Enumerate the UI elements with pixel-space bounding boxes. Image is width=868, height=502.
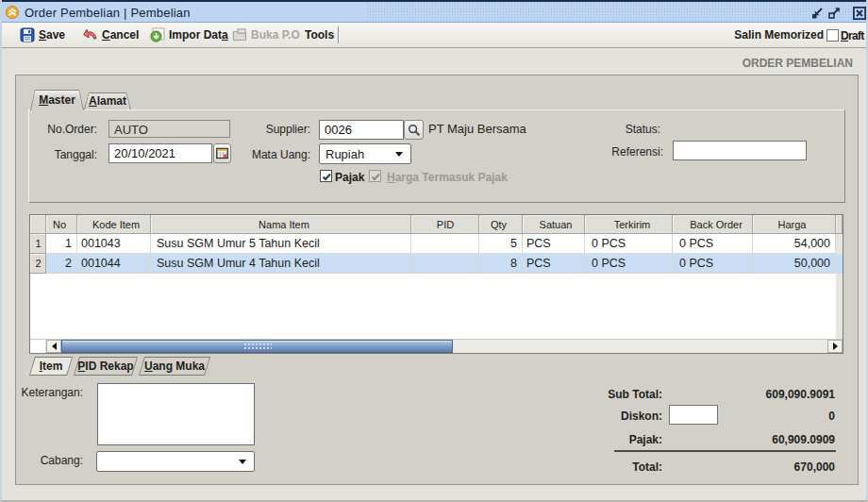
toolbar: Save Cancel Impor Data Buka P.O bbox=[0, 23, 868, 48]
cell-terkirim[interactable]: 0 PCS bbox=[585, 254, 673, 274]
cell-qty[interactable]: 5 bbox=[479, 234, 523, 254]
cell-harga[interactable]: 54,000 bbox=[753, 234, 836, 254]
col-header-kode-item[interactable]: Kode Item bbox=[77, 215, 151, 234]
scrollbar-corner bbox=[30, 340, 46, 353]
cancel-icon bbox=[83, 27, 98, 42]
no-order-label: No.Order: bbox=[21, 123, 97, 136]
scroll-right-button[interactable] bbox=[827, 340, 843, 353]
cell-nama-item[interactable]: Susu SGM Umur 4 Tahun Kecil bbox=[151, 254, 411, 274]
row-header-cell[interactable]: 1 bbox=[30, 234, 46, 254]
cell-back-order[interactable]: 0 PCS bbox=[673, 254, 753, 274]
col-header-harga[interactable]: Harga bbox=[753, 215, 836, 234]
expand-window-icon[interactable] bbox=[827, 7, 841, 20]
mata-uang-value: Rupiah bbox=[326, 147, 364, 161]
tab-uang-muka-label: Uang Muka bbox=[139, 360, 210, 373]
window-title: Order Pembelian | Pembelian bbox=[25, 6, 191, 20]
cancel-label: Cancel bbox=[102, 28, 139, 42]
col-header-terkirim[interactable]: Terkirim bbox=[585, 215, 673, 234]
pajak-total-value: 60,909.0909 bbox=[703, 433, 835, 446]
scrollbar-track[interactable] bbox=[61, 340, 827, 353]
buka-po-button[interactable]: Buka P.O bbox=[232, 23, 300, 47]
col-header-satuan[interactable]: Satuan bbox=[523, 215, 585, 234]
tab-master[interactable]: Master bbox=[30, 90, 84, 110]
table-empty-white bbox=[30, 274, 836, 339]
impor-data-button[interactable]: Impor Data bbox=[150, 23, 228, 47]
col-header-pid[interactable]: PID bbox=[411, 215, 479, 234]
pajak-total-label: Pajak: bbox=[530, 433, 662, 446]
impor-data-icon bbox=[150, 27, 165, 42]
check-icon bbox=[321, 171, 333, 183]
no-order-field[interactable]: AUTO bbox=[108, 120, 230, 138]
scroll-left-icon bbox=[52, 343, 57, 350]
table-row[interactable]: 2 2 001044 Susu SGM Umur 4 Tahun Kecil 8… bbox=[30, 254, 843, 274]
keterangan-textarea[interactable] bbox=[97, 383, 255, 445]
col-header-qty[interactable]: Qty bbox=[479, 215, 523, 234]
cell-terkirim[interactable]: 0 PCS bbox=[585, 234, 673, 254]
table-header-row: No Kode Item Nama Item PID Qty Satuan Te… bbox=[30, 215, 843, 234]
cell-satuan[interactable]: PCS bbox=[523, 234, 585, 254]
items-table: No Kode Item Nama Item PID Qty Satuan Te… bbox=[29, 214, 843, 354]
tab-item[interactable]: Item bbox=[29, 357, 73, 376]
horizontal-scrollbar bbox=[30, 339, 843, 353]
cell-no[interactable]: 1 bbox=[46, 234, 77, 254]
diskon-label: Diskon: bbox=[530, 410, 662, 423]
tools-button[interactable]: Tools bbox=[305, 23, 334, 47]
total-value: 670,000 bbox=[703, 460, 835, 474]
impor-data-label: Impor Data bbox=[169, 28, 228, 42]
col-header-filler bbox=[836, 215, 843, 234]
col-header-nama-item[interactable]: Nama Item bbox=[151, 215, 411, 234]
cell-back-order[interactable]: 0 PCS bbox=[673, 234, 753, 254]
tab-alamat-label: Alamat bbox=[84, 94, 131, 108]
cell-pid[interactable] bbox=[411, 234, 479, 254]
scroll-left-button[interactable] bbox=[46, 340, 61, 353]
cell-harga[interactable]: 50,000 bbox=[753, 254, 836, 274]
tools-label: Tools bbox=[305, 28, 334, 42]
cell-kode-item[interactable]: 001043 bbox=[77, 234, 151, 254]
cell-kode-item[interactable]: 001044 bbox=[77, 254, 151, 274]
save-label: Save bbox=[39, 28, 65, 42]
app-window: Order Pembelian | Pembelian bbox=[0, 0, 868, 502]
scrollbar-thumb[interactable] bbox=[61, 340, 453, 353]
col-header-no[interactable]: No bbox=[46, 215, 77, 234]
cell-qty[interactable]: 8 bbox=[479, 254, 523, 274]
diskon-value: 0 bbox=[703, 410, 835, 423]
tab-pid-rekap[interactable]: PID Rekap bbox=[74, 357, 138, 376]
supplier-lookup-button[interactable] bbox=[404, 120, 424, 140]
cell-nama-item[interactable]: Susu SGM Umur 5 Tahun Kecil bbox=[151, 234, 411, 254]
cell-satuan[interactable]: PCS bbox=[523, 254, 585, 274]
search-icon bbox=[408, 124, 421, 137]
save-icon bbox=[20, 27, 35, 42]
cell-no[interactable]: 2 bbox=[46, 254, 77, 274]
table-row[interactable]: 1 1 001043 Susu SGM Umur 5 Tahun Kecil 5… bbox=[30, 234, 843, 254]
pajak-checkbox[interactable] bbox=[320, 170, 332, 182]
collapse-window-icon[interactable] bbox=[810, 7, 824, 20]
tanggal-label: Tanggal: bbox=[21, 148, 97, 161]
title-bar: Order Pembelian | Pembelian bbox=[0, 0, 868, 23]
cancel-button[interactable]: Cancel bbox=[83, 23, 139, 47]
buka-po-icon bbox=[232, 27, 247, 42]
referensi-field[interactable] bbox=[673, 141, 807, 160]
close-window-icon[interactable] bbox=[853, 7, 866, 20]
referensi-label: Referensi: bbox=[569, 145, 663, 159]
harga-termasuk-pajak-checkbox[interactable] bbox=[369, 170, 381, 182]
tanggal-field[interactable]: 20/10/2021 bbox=[108, 143, 212, 163]
row-header-cell[interactable]: 2 bbox=[30, 254, 46, 274]
save-button[interactable]: Save bbox=[20, 23, 65, 47]
cabang-dropdown[interactable] bbox=[96, 451, 255, 472]
cell-filler bbox=[836, 234, 843, 254]
cell-filler bbox=[836, 254, 843, 274]
mata-uang-dropdown[interactable]: Rupiah bbox=[319, 143, 411, 164]
col-header-back-order[interactable]: Back Order bbox=[673, 215, 753, 234]
pajak-checkbox-label[interactable]: Pajak bbox=[335, 171, 364, 184]
tab-alamat[interactable]: Alamat bbox=[84, 92, 131, 109]
chevron-down-icon bbox=[395, 152, 403, 157]
tab-uang-muka[interactable]: Uang Muka bbox=[139, 357, 210, 376]
sub-total-label: Sub Total: bbox=[530, 388, 662, 401]
supplier-field[interactable]: 0026 bbox=[319, 120, 404, 140]
total-label: Total: bbox=[530, 460, 662, 474]
draft-checkbox[interactable] bbox=[826, 29, 839, 42]
draft-label[interactable]: Draft bbox=[841, 29, 864, 42]
buka-po-label: Buka P.O bbox=[251, 28, 300, 42]
salin-memorized-label: Salin Memorized bbox=[734, 23, 824, 47]
cell-pid[interactable] bbox=[411, 254, 479, 274]
